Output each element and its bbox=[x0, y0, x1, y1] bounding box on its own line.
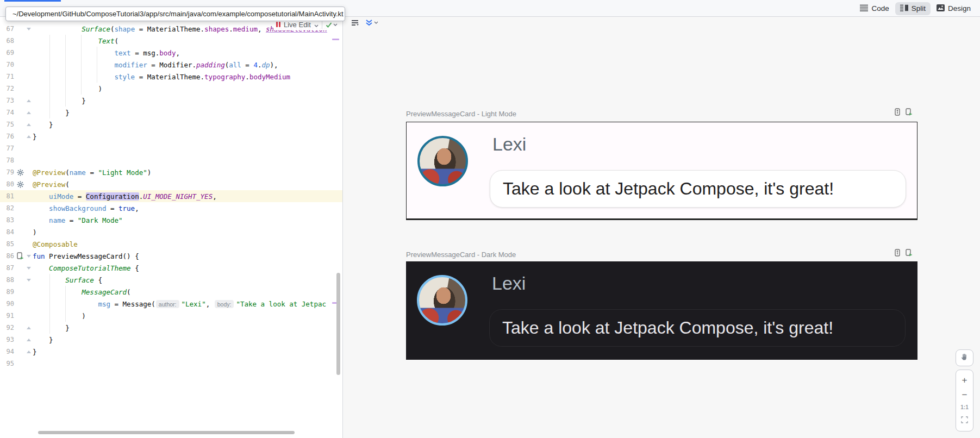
code-line[interactable]: 79@Preview(name = "Light Mode") bbox=[0, 166, 342, 178]
preview-title: PreviewMessageCard - Dark Mode bbox=[406, 251, 516, 259]
syntax-ok-dropdown[interactable] bbox=[326, 22, 338, 28]
line-number: 80 bbox=[0, 180, 14, 188]
gutter-gear-icon[interactable] bbox=[17, 169, 26, 176]
code-line[interactable]: 92 } bbox=[0, 322, 342, 334]
live-edit-label[interactable]: Live Edit bbox=[284, 21, 311, 29]
preview-title: PreviewMessageCard - Light Mode bbox=[406, 110, 516, 118]
code-line[interactable]: 86fun PreviewMessageCard() { bbox=[0, 250, 342, 262]
code-line[interactable]: 89 MessageCard( bbox=[0, 286, 342, 298]
avatar bbox=[417, 275, 467, 326]
line-number: 87 bbox=[0, 264, 14, 272]
code-line[interactable]: 81 uiMode = Configuration.UI_MODE_NIGHT_… bbox=[0, 190, 342, 202]
fold-marker[interactable] bbox=[26, 339, 32, 341]
code-line[interactable]: 82 showBackground = true, bbox=[0, 202, 342, 214]
code-line[interactable]: 94} bbox=[0, 346, 342, 358]
code-line[interactable]: 74 } bbox=[0, 107, 342, 118]
fold-marker[interactable] bbox=[26, 111, 32, 114]
gutter-gear-icon[interactable] bbox=[17, 181, 26, 188]
zoom-actual-size-button[interactable]: 1:1 bbox=[960, 404, 968, 410]
line-number: 91 bbox=[0, 312, 14, 320]
zoom-out-button[interactable]: − bbox=[962, 390, 967, 399]
line-number: 71 bbox=[0, 73, 14, 80]
zoom-in-button[interactable]: + bbox=[962, 376, 967, 385]
horizontal-scrollbar[interactable] bbox=[38, 431, 295, 434]
code-line[interactable]: 90 msg = Message(author:"Lexi", body:"Ta… bbox=[0, 298, 342, 310]
code-line[interactable]: 88 Surface { bbox=[0, 274, 342, 286]
code-line[interactable]: 77 bbox=[0, 142, 342, 154]
layout-inspector-dropdown[interactable] bbox=[365, 19, 378, 26]
line-number: 68 bbox=[0, 37, 14, 45]
fold-marker[interactable] bbox=[26, 267, 32, 270]
line-number: 82 bbox=[0, 204, 14, 212]
code-line[interactable]: 87 ComposeTutorialTheme { bbox=[0, 262, 342, 274]
code-line[interactable]: 93 } bbox=[0, 334, 342, 346]
code-editor-pane[interactable]: 67 Surface(shape = MaterialTheme.shapes.… bbox=[0, 17, 343, 438]
interactive-mode-icon[interactable] bbox=[894, 108, 901, 118]
line-number: 77 bbox=[0, 145, 14, 152]
ui-check-dropdown[interactable] bbox=[351, 20, 359, 26]
fold-marker[interactable] bbox=[26, 135, 32, 138]
line-number: 79 bbox=[0, 168, 14, 176]
interactive-mode-icon[interactable] bbox=[894, 249, 901, 259]
fold-marker[interactable] bbox=[26, 255, 32, 258]
fold-marker[interactable] bbox=[26, 279, 32, 281]
code-line[interactable]: 78 bbox=[0, 154, 342, 166]
code-line[interactable]: 76} bbox=[0, 130, 342, 142]
message-card-preview-light: Lexi Take a look at Jetpack Compose, it'… bbox=[406, 122, 917, 220]
run-preview-icon[interactable] bbox=[906, 249, 913, 259]
code-line[interactable]: 80@Preview( bbox=[0, 178, 342, 190]
code-line[interactable]: 85@Composable bbox=[0, 238, 342, 250]
message-bubble: Take a look at Jetpack Compose, it's gre… bbox=[490, 170, 906, 208]
fold-marker[interactable] bbox=[26, 123, 32, 126]
author-name: Lexi bbox=[492, 134, 526, 155]
tab-split[interactable]: Split bbox=[895, 2, 931, 15]
split-icon bbox=[900, 4, 908, 13]
code-line[interactable]: 91 ) bbox=[0, 310, 342, 322]
author-name: Lexi bbox=[492, 273, 526, 294]
line-number: 95 bbox=[0, 360, 14, 367]
chevron-down-icon[interactable] bbox=[314, 21, 319, 29]
design-icon bbox=[937, 4, 945, 13]
file-path-popup: ~/Development/GitHub/ComposeTutorial3/ap… bbox=[5, 7, 345, 21]
message-card-preview-dark: Lexi Take a look at Jetpack Compose, it'… bbox=[406, 261, 917, 360]
line-number: 75 bbox=[0, 121, 14, 128]
code-line[interactable]: 71 style = MaterialTheme.typography.body… bbox=[0, 71, 342, 83]
active-tab-indicator bbox=[4, 0, 61, 2]
tab-code[interactable]: Code bbox=[855, 2, 894, 15]
fold-marker[interactable] bbox=[26, 351, 32, 353]
line-number: 94 bbox=[0, 348, 14, 355]
code-line[interactable]: 68 Text( bbox=[0, 35, 342, 47]
code-lines: 67 Surface(shape = MaterialTheme.shapes.… bbox=[0, 23, 342, 370]
line-number: 84 bbox=[0, 228, 14, 236]
line-number: 74 bbox=[0, 109, 14, 116]
line-number: 67 bbox=[0, 25, 14, 33]
run-preview-icon[interactable] bbox=[906, 108, 913, 118]
pan-tool-button[interactable] bbox=[956, 349, 973, 366]
line-number: 92 bbox=[0, 324, 14, 331]
scrollbar-highlight-mark bbox=[332, 39, 339, 40]
zoom-to-fit-icon[interactable] bbox=[961, 416, 968, 426]
code-line[interactable]: 75 } bbox=[0, 118, 342, 130]
fold-marker[interactable] bbox=[26, 327, 32, 329]
fold-marker[interactable] bbox=[26, 99, 32, 102]
code-line[interactable]: 83 name = "Dark Mode" bbox=[0, 214, 342, 226]
code-line[interactable]: 73 } bbox=[0, 95, 342, 107]
code-icon bbox=[860, 4, 868, 13]
gutter-run-preview-icon[interactable] bbox=[17, 252, 26, 260]
hand-icon bbox=[960, 353, 969, 363]
code-line[interactable]: 70 modifier = Modifier.padding(all = 4.d… bbox=[0, 59, 342, 71]
vertical-scrollbar[interactable] bbox=[336, 273, 340, 375]
code-line[interactable]: 69 text = msg.body, bbox=[0, 47, 342, 59]
pause-icon bbox=[276, 21, 280, 29]
tab-design[interactable]: Design bbox=[932, 2, 976, 15]
line-number: 90 bbox=[0, 300, 14, 308]
line-number: 76 bbox=[0, 133, 14, 140]
line-number: 69 bbox=[0, 49, 14, 57]
fold-marker[interactable] bbox=[26, 28, 32, 30]
zoom-controls: + − 1:1 bbox=[956, 370, 973, 431]
code-line[interactable]: 84) bbox=[0, 226, 342, 238]
code-line[interactable]: 95 bbox=[0, 358, 342, 370]
android-studio-window: Code Split Design Up-to-date 67 Surface(… bbox=[0, 0, 980, 438]
code-line[interactable]: 72 ) bbox=[0, 83, 342, 95]
line-number: 78 bbox=[0, 157, 14, 164]
